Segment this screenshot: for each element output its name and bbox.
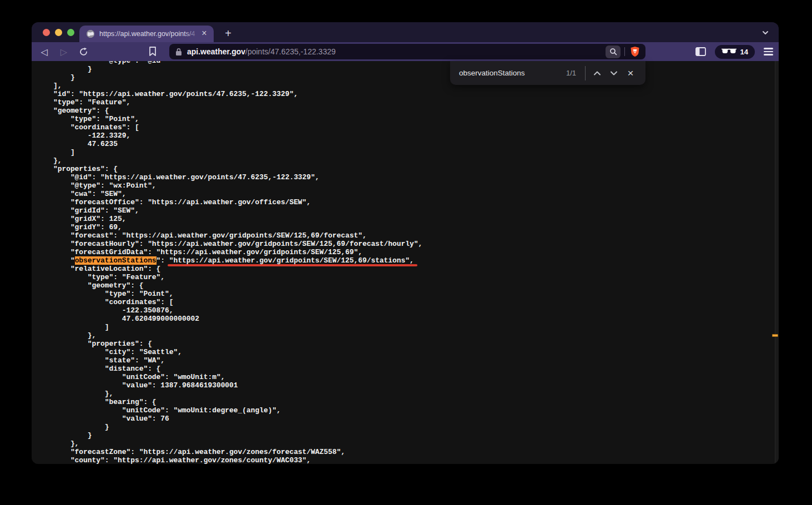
json-line: "properties": { <box>36 165 779 173</box>
json-line: "forecastHourly": "https://api.weather.g… <box>36 240 779 248</box>
browser-window: https://api.weather.gov/points/4 × + ◁ ▷ <box>32 22 779 464</box>
json-line: "properties": { <box>36 340 779 348</box>
json-line: "geometry": { <box>36 281 779 290</box>
json-response-text: "@type": "@id" } } ], "id": "https://api… <box>32 61 779 464</box>
json-line: "observationStations": "https://api.weat… <box>36 256 779 265</box>
json-line: "value": 76 <box>36 415 779 423</box>
json-line: 47.620499000000002 <box>36 315 779 323</box>
close-window-button[interactable] <box>43 29 50 36</box>
find-query-input[interactable]: observationStations <box>459 69 525 77</box>
json-line: "type": "Point", <box>36 290 779 298</box>
json-line: "@id": "https://api.weather.gov/points/4… <box>36 173 779 181</box>
url-path: /points/47.6235,-122.3329 <box>245 47 336 56</box>
reload-button[interactable] <box>77 46 89 58</box>
json-line: } <box>36 431 779 440</box>
json-line: -122.350876, <box>36 306 779 315</box>
json-line: "bearing": { <box>36 398 779 406</box>
json-line: 47.6235 <box>36 140 779 148</box>
minimize-window-button[interactable] <box>55 29 62 36</box>
json-line: "cwa": "SEW", <box>36 190 779 198</box>
tab-strip: https://api.weather.gov/points/4 × + <box>32 22 779 42</box>
find-on-page-button[interactable] <box>606 46 621 58</box>
json-line: "forecast": "https://api.weather.gov/gri… <box>36 231 779 240</box>
red-underline-annotation: "https://api.weather.gov/gridpoints/SEW/… <box>169 256 414 265</box>
json-line: "id": "https://api.weather.gov/points/47… <box>36 90 779 98</box>
json-line: "@type": "@id" <box>36 61 779 65</box>
forward-button: ▷ <box>58 46 70 58</box>
find-match-count: 1/1 <box>566 69 576 77</box>
json-line: "value": 1387.9684619300001 <box>36 381 779 390</box>
json-line: } <box>36 65 779 73</box>
json-line: "type": "Feature", <box>36 273 779 281</box>
json-line: "forecastGridData": "https://api.weather… <box>36 248 779 256</box>
json-line: ], <box>36 82 779 90</box>
find-next-button[interactable] <box>606 65 622 82</box>
hamburger-menu-icon[interactable] <box>764 48 773 55</box>
json-line: "forecastOffice": "https://api.weather.g… <box>36 198 779 206</box>
json-line: "type": "Point", <box>36 115 779 123</box>
scrollbar-track[interactable] <box>775 61 779 464</box>
find-match-highlight: observationStations <box>75 256 157 265</box>
json-line: -122.3329, <box>36 132 779 140</box>
back-button[interactable]: ◁ <box>38 46 51 58</box>
json-line: "@type": "wx:Point", <box>36 181 779 190</box>
page-content[interactable]: "@type": "@id" } } ], "id": "https://api… <box>32 61 779 464</box>
globe-icon <box>86 29 95 38</box>
url-bar[interactable]: api.weather.gov/points/47.6235,-122.3329 <box>169 44 645 59</box>
json-line: "gridY": 69, <box>36 223 779 231</box>
json-line: ] <box>36 148 779 156</box>
tab-title: https://api.weather.gov/points/4 <box>99 30 199 38</box>
json-line: "geometry": { <box>36 107 779 115</box>
find-scrollbar-marker-icon <box>772 334 778 337</box>
json-line: "coordinates": [ <box>36 298 779 306</box>
window-controls <box>43 29 74 36</box>
nav-buttons: ◁ ▷ <box>38 42 89 61</box>
active-tab[interactable]: https://api.weather.gov/points/4 × <box>79 26 214 42</box>
json-line: "state": "WA", <box>36 356 779 365</box>
json-line: }, <box>36 390 779 398</box>
json-line: "city": "Seattle", <box>36 348 779 356</box>
find-close-button[interactable]: × <box>622 65 639 82</box>
url-text: api.weather.gov/points/47.6235,-122.3329 <box>187 47 336 56</box>
json-line: }, <box>36 440 779 448</box>
find-bar-divider <box>585 66 586 80</box>
bookmark-icon[interactable] <box>149 46 157 57</box>
magnifier-icon <box>609 48 617 55</box>
zoom-window-button[interactable] <box>67 29 74 36</box>
json-line: } <box>36 73 779 82</box>
json-line: "forecastZone": "https://api.weather.gov… <box>36 448 779 456</box>
find-previous-button[interactable] <box>589 65 606 82</box>
tab-search-chevron-icon[interactable] <box>761 29 771 37</box>
json-line: } <box>36 423 779 431</box>
json-line: "unitCode": "wmoUnit:degree_(angle)", <box>36 406 779 415</box>
tab-title-fade <box>185 30 199 38</box>
sidebar-panel-icon[interactable] <box>695 47 706 56</box>
json-line: }, <box>36 331 779 340</box>
url-bar-actions <box>606 46 641 58</box>
json-line: "gridX": 125, <box>36 215 779 223</box>
lock-icon[interactable] <box>175 48 182 56</box>
json-line: "distance": { <box>36 365 779 373</box>
json-line: "county": "https://api.weather.gov/zones… <box>36 456 779 464</box>
chevron-up-icon <box>593 70 601 76</box>
private-window-badge[interactable]: 14 <box>715 45 755 59</box>
find-in-page-bar[interactable]: observationStations 1/1 × <box>450 61 645 85</box>
sunglasses-icon <box>722 48 737 55</box>
toolbar: ◁ ▷ api.weather.gov/points/47.6235, <box>32 42 779 61</box>
json-line: "coordinates": [ <box>36 123 779 132</box>
url-bar-separator <box>624 47 625 56</box>
chevron-down-icon <box>610 70 618 76</box>
toolbar-right: 14 <box>695 42 773 61</box>
blocked-count: 14 <box>740 48 748 56</box>
json-line: "type": "Feature", <box>36 98 779 107</box>
brave-shield-icon[interactable] <box>629 46 641 58</box>
json-line: }, <box>36 156 779 165</box>
json-line: ] <box>36 323 779 331</box>
tab-close-icon[interactable]: × <box>199 29 209 39</box>
json-line: "gridId": "SEW", <box>36 206 779 215</box>
url-domain: api.weather.gov <box>187 47 245 56</box>
new-tab-button[interactable]: + <box>221 27 235 41</box>
json-line: "unitCode": "wmoUnit:m", <box>36 373 779 381</box>
